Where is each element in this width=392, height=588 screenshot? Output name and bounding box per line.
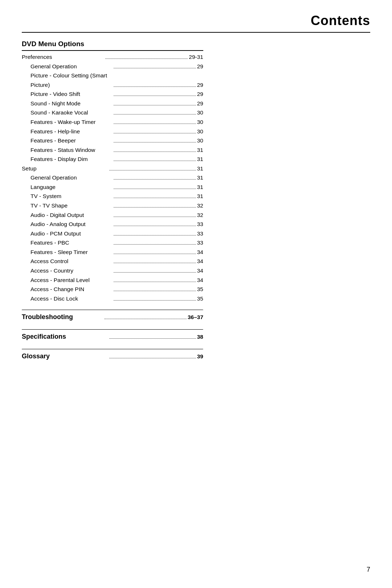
section-divider xyxy=(22,329,203,330)
list-item: Picture) 29 xyxy=(22,80,203,90)
list-item: Access - Country 34 xyxy=(22,266,203,275)
page-number-ref: 32 xyxy=(197,210,203,220)
page-number-ref: 31 xyxy=(197,173,203,182)
page-number-ref: 33 xyxy=(197,238,203,247)
entry-label: Access Control xyxy=(30,257,113,266)
list-item: Sound - Karaoke Vocal 30 xyxy=(22,108,203,117)
content-area: DVD Menu Options Preferences 29-31 Gener… xyxy=(22,40,203,362)
list-item: Access - Disc Lock 35 xyxy=(22,294,203,303)
dot-leaders xyxy=(114,300,196,301)
page-number-ref: 31 xyxy=(197,182,203,192)
page-number-ref: 30 xyxy=(197,108,203,117)
list-item: Access - Parental Level 34 xyxy=(22,275,203,285)
dvd-menu-options-heading: DVD Menu Options xyxy=(22,40,203,51)
dot-leaders xyxy=(114,152,196,152)
entry-label: Picture) xyxy=(30,80,113,90)
entry-label: General Operation xyxy=(30,173,113,182)
entry-label: Features - Status Window xyxy=(30,145,113,155)
entry-label: Troubleshooting xyxy=(22,312,103,323)
dot-leaders xyxy=(114,198,196,198)
entry-label: Glossary xyxy=(22,351,108,362)
dot-leaders xyxy=(114,235,196,235)
dvd-menu-options-section: DVD Menu Options Preferences 29-31 Gener… xyxy=(22,40,203,303)
page-number-ref: 31 xyxy=(197,154,203,164)
list-item: Preferences 29-31 xyxy=(22,52,203,62)
entry-label: Audio - PCM Output xyxy=(30,229,113,238)
entry-label: Picture - Video Shift xyxy=(30,89,113,99)
page-number-ref: 29 xyxy=(197,62,203,71)
dot-leaders xyxy=(114,179,196,180)
page-number-ref: 32 xyxy=(197,201,203,210)
page-number-ref: 38 xyxy=(197,332,203,342)
entry-label: Access - Country xyxy=(30,266,113,275)
entry-label: Specifications xyxy=(22,331,108,342)
list-item: Features - Sleep Timer 34 xyxy=(22,247,203,257)
page-number: 7 xyxy=(367,566,370,573)
dot-leaders xyxy=(114,161,196,161)
entry-label: Features - Display Dim xyxy=(30,154,113,164)
entry-label: Language xyxy=(30,182,113,192)
page-number-ref: 30 xyxy=(197,117,203,127)
page-number-ref: 29 xyxy=(197,89,203,99)
entry-label: Access - Change PIN xyxy=(30,285,113,294)
entry-label: Features - Sleep Timer xyxy=(30,247,113,257)
page-number-ref: 34 xyxy=(197,257,203,266)
page-number-ref: 29-31 xyxy=(189,52,203,62)
dot-leaders xyxy=(114,142,196,142)
page-title: Contents xyxy=(311,13,370,28)
title-rule xyxy=(22,32,370,33)
dot-leaders xyxy=(114,291,196,291)
dot-leaders xyxy=(114,207,196,208)
entry-label: Features - Help-line xyxy=(30,127,113,136)
entry-label: Preferences xyxy=(22,52,104,62)
dot-leaders xyxy=(114,226,196,226)
dot-leaders xyxy=(114,124,196,124)
page-number-ref: 34 xyxy=(197,247,203,257)
entry-label: TV - System xyxy=(30,192,113,201)
entry-label: Audio - Analog Output xyxy=(30,220,113,229)
list-item: Setup 31 xyxy=(22,164,203,173)
list-item: Specifications 38 xyxy=(22,331,203,342)
dot-leaders xyxy=(114,217,196,217)
entry-label: Access - Parental Level xyxy=(30,275,113,285)
list-item: Features - Wake-up Timer 30 xyxy=(22,117,203,127)
list-item: General Operation 29 xyxy=(22,62,203,71)
page-number-ref: 29 xyxy=(197,80,203,90)
entry-label: Sound - Karaoke Vocal xyxy=(30,108,113,117)
list-item: Audio - PCM Output 33 xyxy=(22,229,203,238)
list-item: Features - Beeper 30 xyxy=(22,136,203,145)
list-item: Sound - Night Mode 29 xyxy=(22,99,203,108)
page-number-ref: 33 xyxy=(197,220,203,229)
entry-label: Features - Beeper xyxy=(30,136,113,145)
list-item: General Operation 31 xyxy=(22,173,203,182)
entry-label: Picture - Colour Setting (Smart xyxy=(30,71,203,80)
dot-leaders xyxy=(114,272,196,273)
dot-leaders xyxy=(114,68,196,68)
entry-label: Sound - Night Mode xyxy=(30,99,113,108)
page-number-ref: 31 xyxy=(197,192,203,201)
list-item: Access Control 34 xyxy=(22,257,203,266)
dot-leaders xyxy=(109,170,196,170)
dot-leaders xyxy=(114,282,196,282)
page-number-ref: 35 xyxy=(197,294,203,303)
dot-leaders xyxy=(114,105,196,105)
dot-leaders xyxy=(105,59,188,59)
page-number-ref: 30 xyxy=(197,136,203,145)
entry-label: Setup xyxy=(22,164,108,173)
dot-leaders xyxy=(114,189,196,189)
page-number-ref: 33 xyxy=(197,229,203,238)
page-number-ref: 30 xyxy=(197,127,203,136)
page-number-ref: 35 xyxy=(197,285,203,294)
list-item: Picture - Colour Setting (Smart xyxy=(22,71,203,80)
page-number-ref: 39 xyxy=(197,352,203,361)
list-item: Features - Status Window 31 xyxy=(22,145,203,155)
list-item: Audio - Analog Output 33 xyxy=(22,220,203,229)
dot-leaders xyxy=(109,338,196,339)
list-item: Access - Change PIN 35 xyxy=(22,285,203,294)
dot-leaders xyxy=(114,254,196,254)
list-item: Audio - Digital Output 32 xyxy=(22,210,203,220)
dot-leaders xyxy=(114,96,196,96)
page-number-ref: 31 xyxy=(197,145,203,155)
list-item: TV - System 31 xyxy=(22,192,203,201)
entry-label: Features - PBC xyxy=(30,238,113,247)
